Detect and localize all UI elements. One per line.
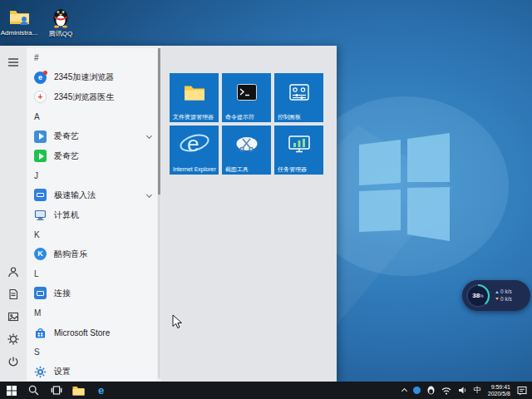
kugou-music-icon: K <box>34 248 47 260</box>
edge-e-icon: e <box>98 385 104 396</box>
documents-icon[interactable] <box>7 288 19 300</box>
edge-browser-taskbar-button[interactable]: e <box>90 382 112 399</box>
search-button[interactable] <box>22 382 45 399</box>
desktop-icon-tencent-qq[interactable]: 腾讯QQ <box>42 5 80 38</box>
tile-label: 文件资源管理器 <box>173 114 217 121</box>
user-account-icon[interactable] <box>7 266 19 278</box>
app-connect[interactable]: 连接 <box>27 283 157 303</box>
system-tray: 中 9:59:41 2020/5/8 <box>399 382 532 399</box>
computer-icon <box>34 209 47 221</box>
clock-time: 9:59:41 <box>488 384 510 391</box>
section-letter: M <box>34 308 41 318</box>
section-header-s[interactable]: S <box>27 342 157 362</box>
app-label: 2345浏览器医生 <box>54 91 114 103</box>
tray-network-icon[interactable] <box>438 382 455 399</box>
svg-text:e: e <box>187 131 199 156</box>
tile-label: Internet Explorer <box>173 166 217 173</box>
tile-label: 截图工具 <box>225 166 269 173</box>
desktop-icon-administrator[interactable]: Administra... <box>0 5 38 37</box>
chevron-down-icon[interactable] <box>146 133 152 139</box>
app-2345-browser-doctor[interactable]: + 2345浏览器医生 <box>27 87 157 107</box>
download-arrow-icon <box>495 298 499 300</box>
chevron-down-icon[interactable] <box>146 192 152 198</box>
app-label: Microsoft Store <box>54 328 110 337</box>
tile-file-explorer[interactable]: 文件资源管理器 <box>170 73 219 122</box>
tile-command-prompt[interactable]: 命令提示符 <box>222 73 271 122</box>
folder-icon <box>72 385 85 396</box>
usage-percent: 38 <box>472 292 480 299</box>
snipping-tool-icon <box>235 135 259 157</box>
browser-doctor-icon: + <box>34 91 47 103</box>
section-letter: A <box>34 112 40 121</box>
app-computer[interactable]: 计算机 <box>27 205 157 225</box>
section-header-hash[interactable]: # <box>27 48 157 68</box>
desktop-icon-label: Administra... <box>0 29 38 37</box>
app-label: 计算机 <box>54 209 79 221</box>
app-kugou-music[interactable]: K 酷狗音乐 <box>27 244 157 264</box>
section-header-l[interactable]: L <box>27 264 157 284</box>
file-explorer-taskbar-button[interactable] <box>67 382 90 399</box>
tile-snipping-tool[interactable]: 截图工具 <box>222 126 271 175</box>
start-menu-rail <box>0 46 27 382</box>
app-label: 2345加速浏览器 <box>54 71 114 83</box>
start-app-list: # e 2345加速浏览器 + 2345浏览器医生 A 爱奇艺 爱奇艺 J <box>27 48 157 381</box>
tile-internet-explorer[interactable]: e Internet Explorer <box>170 126 219 175</box>
control-panel-icon <box>289 84 309 104</box>
group-jisu-input-method[interactable]: 极速输入法 <box>27 185 157 205</box>
tray-volume-icon[interactable] <box>455 382 470 399</box>
task-view-icon <box>51 385 62 396</box>
app-label: 爱奇艺 <box>54 150 79 162</box>
settings-app-gear-icon <box>34 366 47 378</box>
power-icon[interactable] <box>7 356 19 367</box>
network-speed-widget[interactable]: 38% 0 k/s 0 k/s <box>462 280 530 311</box>
app-list-scrollbar[interactable] <box>158 48 160 378</box>
section-letter: S <box>34 347 40 357</box>
pictures-icon[interactable] <box>7 311 19 323</box>
show-hidden-icons-button[interactable] <box>399 382 410 399</box>
hamburger-menu-icon[interactable] <box>7 57 19 68</box>
desktop: Administra... 腾讯QQ <box>0 0 532 399</box>
2345-browser-icon: e <box>34 71 47 84</box>
section-letter: # <box>34 53 39 62</box>
tray-2345-icon[interactable] <box>410 382 424 399</box>
chevron-up-icon <box>401 388 407 394</box>
scrollbar-thumb[interactable] <box>158 48 160 195</box>
input-method-indicator[interactable]: 中 <box>470 382 485 399</box>
settings-gear-icon[interactable] <box>7 333 19 345</box>
tray-qq-icon[interactable] <box>424 382 438 399</box>
mouse-cursor <box>172 314 183 330</box>
section-header-m[interactable]: M <box>27 303 157 323</box>
speed-readouts: 0 k/s 0 k/s <box>495 289 512 302</box>
action-center-button[interactable] <box>514 382 530 399</box>
connect-icon <box>34 287 47 299</box>
app-label: 爱奇艺 <box>54 131 79 142</box>
tile-control-panel[interactable]: 控制面板 <box>274 73 323 122</box>
group-iqiyi[interactable]: 爱奇艺 <box>27 126 157 146</box>
app-2345-speed-browser[interactable]: e 2345加速浏览器 <box>27 68 157 88</box>
section-header-a[interactable]: A <box>27 107 157 127</box>
app-label: 连接 <box>54 288 71 299</box>
task-manager-icon <box>288 135 310 157</box>
start-tile-panel: 文件资源管理器 命令提示符 控制面板 e <box>161 46 337 382</box>
search-icon <box>28 385 39 396</box>
app-iqiyi[interactable]: 爱奇艺 <box>27 146 157 166</box>
task-view-button[interactable] <box>45 382 67 399</box>
tile-label: 任务管理器 <box>278 166 322 173</box>
taskbar-clock[interactable]: 9:59:41 2020/5/8 <box>485 382 514 399</box>
start-button[interactable] <box>0 382 22 399</box>
administrator-folder-icon <box>8 5 31 28</box>
tile-label: 命令提示符 <box>225 114 269 121</box>
tile-grid: 文件资源管理器 命令提示符 控制面板 e <box>170 73 323 175</box>
download-speed: 0 k/s <box>500 297 512 303</box>
desktop-icon-label: 腾讯QQ <box>42 29 80 38</box>
app-label: 极速输入法 <box>54 190 96 201</box>
iqiyi-icon <box>34 150 47 162</box>
microsoft-store-icon <box>34 327 47 339</box>
section-header-k[interactable]: K <box>27 224 157 244</box>
taskbar: e 中 9:59:41 2020/5/8 <box>0 382 532 399</box>
app-microsoft-store[interactable]: Microsoft Store <box>27 323 157 342</box>
section-header-j[interactable]: J <box>27 166 157 186</box>
qq-penguin-icon <box>50 5 72 28</box>
tile-task-manager[interactable]: 任务管理器 <box>274 126 323 175</box>
app-settings[interactable]: 设置 <box>27 362 157 382</box>
